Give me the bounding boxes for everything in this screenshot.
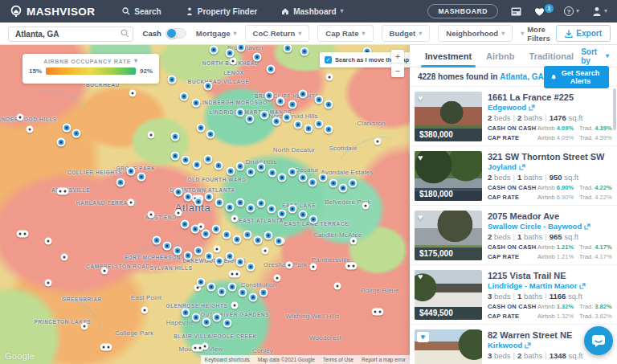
property-marker[interactable]	[253, 53, 262, 62]
property-marker[interactable]	[192, 99, 201, 108]
user-menu-button[interactable]: ▾	[592, 6, 607, 16]
property-marker[interactable]	[239, 288, 247, 297]
secondary-marker[interactable]	[274, 275, 281, 282]
chat-widget-button[interactable]	[584, 326, 613, 355]
listing-card[interactable]: ♥ $380,000 1661 La France #225 Edgewood …	[410, 87, 617, 146]
property-marker[interactable]	[181, 220, 190, 229]
property-marker[interactable]	[72, 129, 81, 138]
property-marker[interactable]	[267, 65, 276, 74]
cluster-marker[interactable]	[229, 271, 241, 278]
secondary-marker[interactable]	[81, 323, 88, 330]
property-marker[interactable]	[207, 283, 216, 292]
property-marker[interactable]	[275, 237, 284, 246]
property-marker[interactable]	[184, 252, 193, 260]
property-marker[interactable]	[215, 162, 223, 170]
property-marker[interactable]	[237, 45, 246, 52]
property-marker[interactable]	[319, 174, 328, 182]
secondary-marker[interactable]	[17, 114, 24, 121]
property-marker[interactable]	[299, 174, 308, 182]
sort-by-dropdown[interactable]: Sort by▾	[581, 45, 609, 67]
property-marker[interactable]	[194, 198, 203, 207]
property-marker[interactable]	[247, 263, 255, 272]
property-marker[interactable]	[247, 168, 255, 177]
property-marker[interactable]	[194, 247, 203, 256]
property-marker[interactable]	[168, 76, 177, 84]
secondary-marker[interactable]	[374, 138, 382, 145]
property-marker[interactable]	[202, 318, 211, 327]
secondary-marker[interactable]	[27, 126, 34, 133]
property-marker[interactable]	[268, 205, 276, 214]
zoom-in-button[interactable]: +	[391, 50, 404, 63]
secondary-marker[interactable]	[230, 58, 237, 65]
property-marker[interactable]	[308, 178, 317, 187]
nav-item-search[interactable]: Search	[122, 7, 161, 16]
cash-toggle[interactable]	[165, 28, 186, 39]
property-marker[interactable]	[243, 231, 252, 239]
search-icon[interactable]	[121, 29, 129, 38]
property-marker[interactable]	[116, 178, 125, 187]
property-marker[interactable]	[288, 205, 297, 214]
property-marker[interactable]	[213, 313, 222, 322]
property-marker[interactable]	[260, 111, 269, 120]
property-marker[interactable]	[300, 47, 309, 56]
property-marker[interactable]	[197, 278, 206, 287]
cluster-marker[interactable]	[192, 345, 204, 352]
property-marker[interactable]	[265, 92, 274, 100]
property-marker[interactable]	[278, 174, 287, 182]
property-marker[interactable]	[288, 168, 297, 177]
property-marker[interactable]	[205, 193, 214, 202]
property-marker[interactable]	[236, 258, 245, 267]
cluster-marker[interactable]	[345, 263, 358, 270]
search-as-move-checkbox[interactable]: ✓	[325, 56, 332, 63]
zoom-out-button[interactable]: −	[391, 63, 404, 77]
property-marker[interactable]	[180, 92, 189, 101]
property-marker[interactable]	[57, 138, 66, 147]
property-marker[interactable]	[233, 235, 242, 244]
filter-coc-return[interactable]: CoC Return▾	[245, 25, 310, 42]
property-marker[interactable]	[226, 49, 235, 58]
property-marker[interactable]	[197, 124, 206, 133]
cluster-marker[interactable]	[372, 309, 384, 316]
secondary-marker[interactable]	[175, 210, 182, 217]
tab-airbnb[interactable]: Airbnb	[479, 45, 521, 67]
property-marker[interactable]	[218, 288, 227, 297]
favorites-button[interactable]: 1	[534, 7, 545, 16]
favorite-heart-icon[interactable]: ♥	[418, 272, 423, 281]
property-marker[interactable]	[204, 82, 213, 91]
neighborhood-link[interactable]: Edgewood	[488, 103, 611, 112]
property-marker[interactable]	[215, 198, 224, 207]
property-marker[interactable]	[315, 96, 324, 104]
property-marker[interactable]	[339, 184, 348, 193]
property-marker[interactable]	[283, 113, 292, 122]
secondary-marker[interactable]	[45, 238, 52, 245]
secondary-marker[interactable]	[262, 247, 269, 255]
favorite-heart-icon[interactable]: ♥	[418, 153, 423, 162]
property-marker[interactable]	[299, 211, 308, 219]
property-marker[interactable]	[309, 215, 318, 224]
property-marker[interactable]	[182, 309, 190, 317]
listings-panel-button[interactable]	[511, 7, 521, 16]
property-marker[interactable]	[268, 169, 277, 178]
secondary-marker[interactable]	[310, 264, 317, 271]
nav-item-property-finder[interactable]: Property Finder	[186, 7, 257, 16]
secondary-marker[interactable]	[128, 199, 135, 207]
nav-item-mashboard[interactable]: Mashboard ▾	[281, 7, 343, 16]
secondary-marker[interactable]	[129, 90, 137, 97]
results-city-link[interactable]: Atlanta, GA	[500, 72, 543, 81]
legend-dropdown[interactable]: AIRBNB OCCUPANCY RATE ▾	[29, 58, 153, 64]
secondary-marker[interactable]	[326, 74, 333, 81]
filter-budget[interactable]: Budget▾	[382, 25, 431, 42]
property-marker[interactable]	[226, 252, 235, 261]
tab-traditional[interactable]: Traditional	[522, 45, 582, 67]
secondary-marker[interactable]	[141, 307, 149, 314]
mashboard-button[interactable]: MASHBOARD	[427, 4, 498, 18]
property-marker[interactable]	[264, 231, 273, 240]
neighborhood-link[interactable]: Swallow Circle - Baywood	[488, 222, 611, 231]
attribution-report-error[interactable]: Report a map error	[358, 355, 410, 364]
property-marker[interactable]	[272, 117, 281, 126]
property-marker[interactable]	[257, 199, 266, 208]
map[interactable]: AIRBNB OCCUPANCY RATE ▾ 15% 92% ✓ Search…	[0, 45, 410, 364]
property-marker[interactable]	[206, 130, 215, 139]
property-marker[interactable]	[63, 124, 72, 133]
property-marker[interactable]	[127, 167, 136, 176]
